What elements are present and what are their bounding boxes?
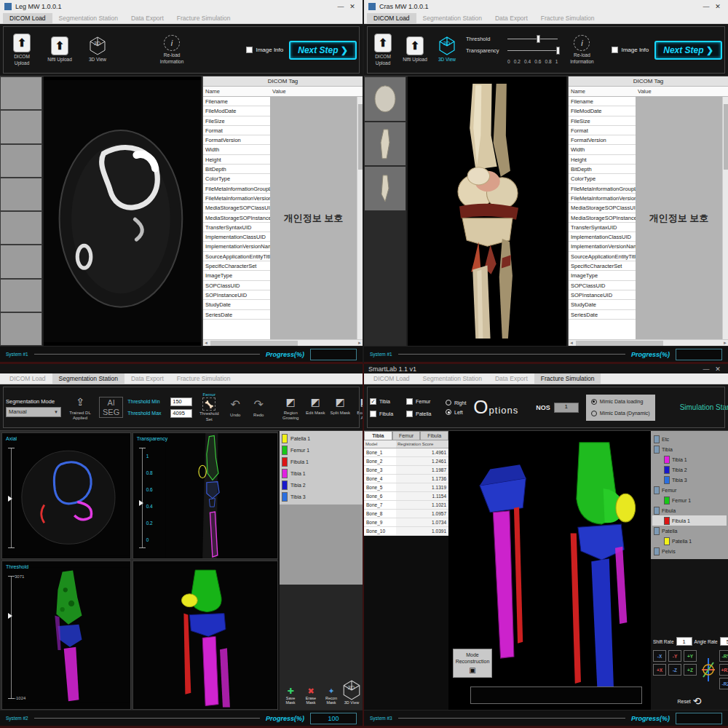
dicom-tag-row[interactable]: FileModDate bbox=[569, 106, 636, 116]
dicom-tag-row[interactable]: Height bbox=[569, 155, 636, 165]
rotate-button[interactable]: +RX bbox=[719, 664, 728, 676]
reset-button[interactable]: Reset ⟲ bbox=[651, 692, 728, 710]
mode-reconstruction-button[interactable]: Mode Reconstruction ▣ bbox=[453, 649, 492, 678]
menu-tab[interactable]: DICOM Load bbox=[3, 373, 52, 384]
ai-seg-button[interactable]: AISEG bbox=[99, 397, 123, 417]
3d-view-button[interactable]: 3D 3D View bbox=[342, 680, 361, 705]
registration-row[interactable]: Bone_5 1.1319 bbox=[364, 483, 448, 492]
dicom-tag-row[interactable]: SpecificCharacterSet bbox=[569, 261, 636, 271]
registration-row[interactable]: Bone_1 1.4961 bbox=[364, 448, 448, 457]
tree-item[interactable]: Etc bbox=[652, 434, 727, 444]
horizontal-scrollbar[interactable]: ◄ ► bbox=[569, 339, 728, 346]
nifti-upload-button[interactable]: ⬆ Nifti Upload bbox=[44, 36, 76, 63]
close-button[interactable]: ✕ bbox=[347, 3, 358, 10]
translate-button[interactable]: -Y bbox=[668, 650, 681, 662]
translate-button[interactable]: -Z bbox=[668, 664, 681, 676]
mask-item[interactable]: Femur 1 bbox=[282, 446, 360, 455]
3d-segmentation-viewport[interactable] bbox=[132, 561, 278, 710]
tree-item[interactable]: Tibia 3 bbox=[652, 475, 727, 485]
translate-button[interactable]: +Y bbox=[684, 650, 697, 662]
menu-tab[interactable]: Segmentation Station bbox=[52, 13, 124, 23]
minimize-button[interactable]: — bbox=[700, 3, 712, 10]
vertical-scrollbar[interactable] bbox=[357, 97, 363, 339]
dicom-tag-row[interactable]: Filename bbox=[203, 97, 270, 106]
dicom-tag-row[interactable]: MediaStorageSOPInstanceUID bbox=[203, 213, 270, 223]
dicom-upload-button[interactable]: ⬆ DICOM Upload bbox=[6, 33, 38, 66]
dicom-tag-row[interactable]: FileMetaInformationVersion bbox=[203, 194, 270, 203]
next-step-button[interactable]: Next Step ❯ bbox=[654, 41, 722, 60]
registration-row[interactable]: Bone_6 1.1154 bbox=[364, 492, 448, 501]
dicom-tag-row[interactable]: FileMetaInformationGroupLength bbox=[203, 184, 270, 194]
threshold-max-input[interactable] bbox=[170, 409, 192, 418]
data-radio[interactable]: Mimic Data (Dynamic) bbox=[591, 411, 650, 416]
minimize-button[interactable]: — bbox=[700, 365, 712, 373]
dicom-tag-row[interactable]: SOPClassUID bbox=[569, 281, 636, 290]
transparency-viewport[interactable]: Transparency 10.80.60.40.20 bbox=[132, 432, 278, 559]
bone-tab[interactable]: Fibula bbox=[420, 431, 448, 440]
dicom-tag-row[interactable]: SeriesDate bbox=[569, 310, 636, 320]
dicom-tag-row[interactable]: Width bbox=[203, 145, 270, 154]
dicom-tag-row[interactable]: BitDepth bbox=[569, 165, 636, 174]
dicom-tag-row[interactable]: MediaStorageSOPClassUID bbox=[569, 203, 636, 213]
dicom-tag-row[interactable]: Width bbox=[569, 145, 636, 154]
tree-item[interactable]: Fibula bbox=[652, 505, 727, 515]
close-button[interactable]: ✕ bbox=[712, 365, 724, 373]
dicom-tag-row[interactable]: BitDepth bbox=[203, 165, 270, 174]
threshold-viewport[interactable]: Threshold 3071 -1024 bbox=[1, 561, 131, 710]
tree-item[interactable]: Tibia bbox=[652, 444, 727, 454]
mask-action-button[interactable]: ✚ Save Mask bbox=[281, 686, 300, 705]
mask-item[interactable]: Fibula 1 bbox=[282, 457, 360, 467]
3d-view-button[interactable]: 3D 3D View bbox=[434, 36, 460, 63]
registration-row[interactable]: Bone_3 1.1987 bbox=[364, 466, 448, 475]
menu-tab[interactable]: Data Export bbox=[124, 13, 170, 23]
tree-item[interactable]: Patella bbox=[652, 526, 727, 536]
axial-ct-viewport[interactable] bbox=[42, 76, 202, 346]
menu-tab[interactable]: Fracture Simulation bbox=[170, 13, 237, 23]
dicom-tag-row[interactable]: SourceApplicationEntityTitle bbox=[569, 252, 636, 261]
threshold-min-input[interactable] bbox=[170, 397, 192, 406]
menu-tab[interactable]: Fracture Simulation bbox=[534, 13, 601, 23]
thumbnail[interactable] bbox=[365, 167, 405, 210]
dicom-tag-row[interactable]: ColorType bbox=[203, 174, 270, 183]
mask-tool-button[interactable]: ◩ Region Growing bbox=[280, 394, 301, 421]
menu-tab[interactable]: Segmentation Station bbox=[52, 373, 124, 384]
transparency-slider[interactable] bbox=[142, 448, 143, 548]
registration-row[interactable]: Bone_10 1.0391 bbox=[364, 527, 448, 536]
simulation-3d-viewport[interactable]: Mode Reconstruction ▣ bbox=[448, 431, 649, 710]
scroll-right-icon[interactable]: ► bbox=[357, 340, 362, 347]
transparency-slider[interactable] bbox=[507, 50, 558, 51]
dicom-tag-row[interactable]: Format bbox=[569, 126, 636, 135]
dicom-tag-row[interactable]: ImplementationClassUID bbox=[203, 232, 270, 242]
dicom-tag-row[interactable]: Height bbox=[203, 155, 270, 165]
slider-handle[interactable] bbox=[537, 35, 540, 43]
tree-item[interactable]: Femur bbox=[652, 485, 727, 495]
mask-tool-button[interactable]: ◩ Boolean A+B bbox=[354, 394, 364, 421]
thumbnail[interactable] bbox=[365, 122, 405, 166]
bone-checkbox[interactable]: Patella bbox=[406, 411, 438, 417]
tree-item[interactable]: Tibia 1 bbox=[652, 454, 727, 464]
menu-tab[interactable]: Data Export bbox=[124, 373, 170, 384]
redo-button[interactable]: ↷ Redo bbox=[249, 396, 268, 418]
threshold-slider[interactable] bbox=[507, 39, 558, 39]
tree-item[interactable]: Tibia 2 bbox=[652, 464, 727, 475]
options-button[interactable]: Options bbox=[473, 396, 518, 419]
dicom-tag-row[interactable]: SOPClassUID bbox=[203, 281, 270, 290]
volume-render-viewport[interactable] bbox=[406, 76, 568, 346]
dicom-tag-row[interactable]: StudyDate bbox=[569, 300, 636, 309]
dicom-tag-row[interactable]: Format bbox=[203, 126, 270, 135]
mask-item[interactable]: Patella 1 bbox=[282, 434, 360, 443]
threshold-set-button[interactable]: Femur 🦴 Threshold Set bbox=[197, 392, 221, 422]
undo-button[interactable]: ↶ Undo bbox=[226, 396, 245, 418]
series-thumbnail-strip[interactable] bbox=[364, 76, 406, 346]
bone-checkbox[interactable]: Femur bbox=[406, 398, 438, 405]
dicom-tag-row[interactable]: ImageType bbox=[569, 271, 636, 280]
dicom-tag-row[interactable]: SourceApplicationEntityTitle bbox=[203, 252, 270, 261]
rotate-button[interactable]: -RY bbox=[719, 650, 728, 662]
dicom-tag-row[interactable]: SeriesDate bbox=[203, 310, 270, 320]
dicom-tag-row[interactable]: FileSize bbox=[569, 116, 636, 126]
bone-tab[interactable]: Tibia bbox=[364, 431, 392, 440]
dicom-tag-row[interactable]: FormatVersion bbox=[203, 135, 270, 145]
dicom-tag-row[interactable]: TransferSyntaxUID bbox=[203, 223, 270, 232]
dicom-upload-button[interactable]: ⬆ DICOM Upload bbox=[370, 33, 396, 66]
bone-checkbox[interactable]: Fibula bbox=[370, 411, 402, 417]
